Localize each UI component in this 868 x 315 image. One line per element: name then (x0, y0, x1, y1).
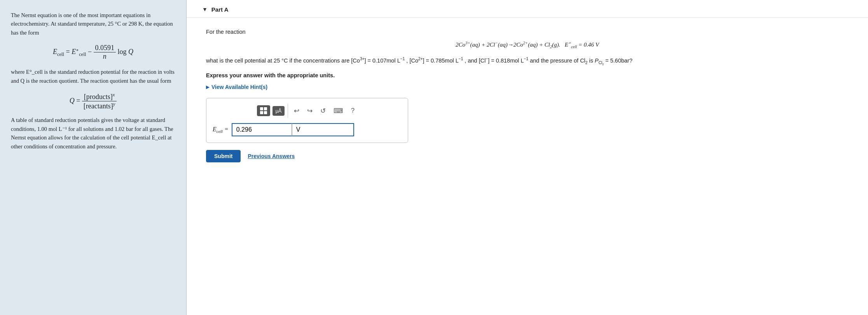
keyboard-icon: ⌨ (334, 107, 343, 115)
part-header: ▼ Part A (187, 0, 868, 18)
for-reaction-label: For the reaction (206, 29, 849, 35)
right-panel: ▼ Part A For the reaction 2Co3+(aq) + 2C… (187, 0, 868, 315)
nernst-formula: Ecell = E∘cell − 0.0591 n log Q (11, 44, 175, 61)
grid-button[interactable] (257, 105, 270, 116)
hint-link[interactable]: ▶ View Available Hint(s) (206, 84, 849, 90)
submit-row: Submit Previous Answers (206, 150, 849, 162)
hint-arrow-icon: ▶ (206, 85, 209, 90)
grid-icon (260, 107, 267, 114)
express-text: Express your answer with the appropriate… (206, 72, 849, 78)
mu-label: μÅ (276, 108, 281, 114)
reaction-equation: 2Co3+(aq) + 2Cl−(aq)→2Co2+(aq) + Cl2(g).… (206, 40, 849, 49)
refresh-button[interactable]: ↺ (318, 105, 328, 117)
refresh-icon: ↺ (320, 107, 326, 115)
question-text: what is the cell potential at 25 °C if t… (206, 56, 849, 67)
redo-button[interactable]: ↪ (304, 105, 315, 117)
undo-button[interactable]: ↩ (291, 105, 302, 117)
q-formula: Q = [products]x [reactants]y (11, 92, 175, 110)
toolbar-divider (288, 104, 288, 118)
content-area: For the reaction 2Co3+(aq) + 2Cl−(aq)→2C… (187, 18, 868, 173)
answer-container: μÅ ↩ ↪ ↺ ⌨ ? (206, 98, 408, 143)
formula-math: Ecell = E∘cell − 0.0591 n log Q (53, 48, 133, 56)
ecell-label: Ecell = (213, 126, 229, 134)
help-icon: ? (351, 107, 355, 114)
intro-text: The Nernst equation is one of the most i… (11, 11, 175, 37)
collapse-chevron[interactable]: ▼ (202, 7, 208, 13)
redo-icon: ↪ (307, 107, 313, 115)
mu-button[interactable]: μÅ (272, 106, 285, 116)
part-title: Part A (211, 6, 229, 13)
where-text: where E°_cell is the standard reduction … (11, 68, 175, 85)
value-input[interactable] (232, 123, 292, 136)
toolbar: μÅ ↩ ↪ ↺ ⌨ ? (213, 104, 402, 118)
unit-input[interactable] (292, 123, 354, 136)
undo-icon: ↩ (294, 107, 299, 115)
previous-answers-link[interactable]: Previous Answers (248, 153, 295, 159)
keyboard-button[interactable]: ⌨ (331, 105, 346, 117)
hint-label: View Available Hint(s) (211, 84, 267, 90)
submit-button[interactable]: Submit (206, 150, 241, 162)
input-row: Ecell = (213, 123, 402, 136)
prev-answers-label: Previous Answers (248, 153, 295, 159)
submit-label: Submit (214, 153, 232, 159)
help-button[interactable]: ? (348, 105, 357, 116)
table-text: A table of standard reduction potentials… (11, 116, 175, 151)
left-panel: The Nernst equation is one of the most i… (0, 0, 187, 315)
